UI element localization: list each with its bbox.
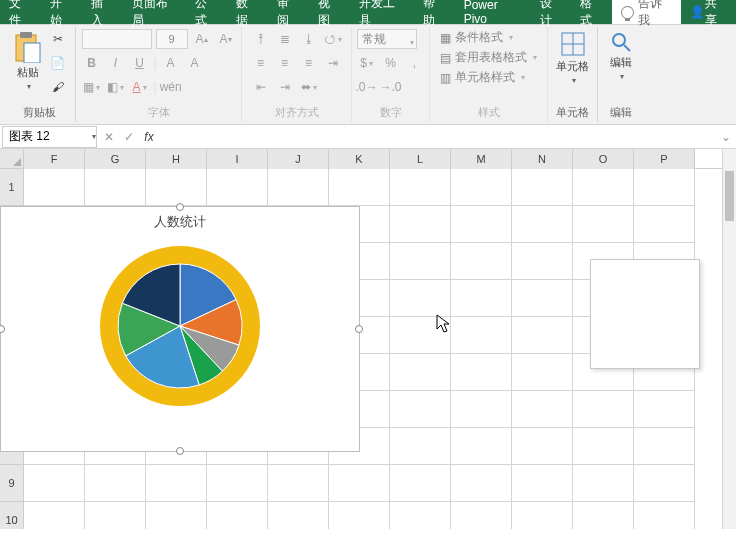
row-header[interactable]: 10 xyxy=(0,502,24,529)
tab-insert[interactable]: 插入 xyxy=(82,0,123,24)
fx-button[interactable]: fx xyxy=(139,130,159,144)
increase-decimal-button[interactable]: .0→ xyxy=(357,77,377,97)
conditional-format-button[interactable]: ▦ 条件格式▾ xyxy=(440,29,513,46)
align-middle-button[interactable]: ≣ xyxy=(275,29,295,49)
font-color-a1[interactable]: A xyxy=(161,53,181,73)
resize-handle-n[interactable] xyxy=(176,203,184,211)
tab-powerpivot[interactable]: Power Pivo xyxy=(455,0,531,24)
tab-formulas[interactable]: 公式 xyxy=(186,0,227,24)
cell[interactable] xyxy=(634,465,695,502)
align-left-button[interactable]: ≡ xyxy=(251,53,271,73)
cell[interactable] xyxy=(329,465,390,502)
cells-button[interactable]: 单元格▾ xyxy=(554,29,591,87)
cell[interactable] xyxy=(451,169,512,206)
resize-handle-w[interactable] xyxy=(0,325,5,333)
col-header[interactable]: L xyxy=(390,149,451,169)
underline-button[interactable]: U xyxy=(130,53,150,73)
cell[interactable] xyxy=(390,465,451,502)
cell[interactable] xyxy=(390,169,451,206)
expand-formula-button[interactable]: ⌄ xyxy=(716,130,736,144)
enter-formula-button[interactable]: ✓ xyxy=(119,130,139,144)
orientation-button[interactable]: ⭯▾ xyxy=(323,29,343,49)
bold-button[interactable]: B xyxy=(82,53,102,73)
cell[interactable] xyxy=(85,465,146,502)
cell[interactable] xyxy=(573,206,634,243)
name-box[interactable]: 图表 12▾ xyxy=(2,126,97,148)
col-header[interactable]: N xyxy=(512,149,573,169)
number-format-select[interactable]: 常规▾ xyxy=(357,29,417,49)
worksheet-grid[interactable]: F G H I J K L M N O P 1 2 3 4 5 6 7 8 9 … xyxy=(0,149,736,529)
cell[interactable] xyxy=(451,354,512,391)
cell[interactable] xyxy=(451,502,512,529)
cell[interactable] xyxy=(512,280,573,317)
cell[interactable] xyxy=(512,391,573,428)
cell[interactable] xyxy=(146,502,207,529)
col-header[interactable]: H xyxy=(146,149,207,169)
cell[interactable] xyxy=(573,502,634,529)
cell[interactable] xyxy=(512,317,573,354)
paste-button[interactable]: 粘贴▾ xyxy=(12,29,44,93)
cell[interactable] xyxy=(268,465,329,502)
comma-button[interactable]: , xyxy=(405,53,425,73)
cell[interactable] xyxy=(512,243,573,280)
italic-button[interactable]: I xyxy=(106,53,126,73)
cell[interactable] xyxy=(390,354,451,391)
cell[interactable] xyxy=(390,502,451,529)
cell[interactable] xyxy=(451,391,512,428)
cell[interactable] xyxy=(451,206,512,243)
cell[interactable] xyxy=(634,502,695,529)
decrease-indent-button[interactable]: ⇤ xyxy=(251,77,271,97)
cell[interactable] xyxy=(451,317,512,354)
cell[interactable] xyxy=(573,465,634,502)
col-header[interactable]: G xyxy=(85,149,146,169)
cell[interactable] xyxy=(24,502,85,529)
cell[interactable] xyxy=(512,428,573,465)
chart-object[interactable]: 人数统计 xyxy=(0,206,360,452)
cell[interactable] xyxy=(146,465,207,502)
format-painter-button[interactable]: 🖌 xyxy=(48,77,68,97)
col-header[interactable]: M xyxy=(451,149,512,169)
cell[interactable] xyxy=(634,428,695,465)
currency-button[interactable]: $▾ xyxy=(357,53,377,73)
cell[interactable] xyxy=(634,169,695,206)
cell[interactable] xyxy=(207,502,268,529)
font-name-input[interactable] xyxy=(82,29,152,49)
tab-layout[interactable]: 页面布局 xyxy=(123,0,187,24)
cell[interactable] xyxy=(451,280,512,317)
cell[interactable] xyxy=(451,243,512,280)
cell[interactable] xyxy=(390,391,451,428)
cell[interactable] xyxy=(207,169,268,206)
pie-chart[interactable] xyxy=(95,241,265,411)
tab-format[interactable]: 格式 xyxy=(571,0,612,24)
cell[interactable] xyxy=(573,391,634,428)
decrease-decimal-button[interactable]: →.0 xyxy=(381,77,401,97)
cell-style-button[interactable]: ▥ 单元格样式▾ xyxy=(440,69,525,86)
cell[interactable] xyxy=(512,206,573,243)
cell[interactable] xyxy=(390,317,451,354)
increase-indent-button[interactable]: ⇥ xyxy=(275,77,295,97)
tab-tellme[interactable]: 告诉我 xyxy=(612,0,681,24)
cell[interactable] xyxy=(512,169,573,206)
cell[interactable] xyxy=(634,391,695,428)
tab-help[interactable]: 帮助 xyxy=(414,0,455,24)
row-header[interactable]: 1 xyxy=(0,169,24,206)
wrap-text-button[interactable]: ⇥ xyxy=(323,53,343,73)
tab-review[interactable]: 审阅 xyxy=(268,0,309,24)
copy-button[interactable]: 📄 xyxy=(48,53,68,73)
tab-home[interactable]: 开始 xyxy=(41,0,82,24)
col-header[interactable]: O xyxy=(573,149,634,169)
edit-button[interactable]: 编辑▾ xyxy=(608,29,634,83)
tab-design[interactable]: 设计 xyxy=(531,0,572,24)
cell[interactable] xyxy=(512,465,573,502)
cell[interactable] xyxy=(634,206,695,243)
cell[interactable] xyxy=(451,428,512,465)
cell[interactable] xyxy=(268,502,329,529)
fill-color-button[interactable]: ◧▾ xyxy=(106,77,126,97)
cell[interactable] xyxy=(24,169,85,206)
table-format-button[interactable]: ▤ 套用表格格式▾ xyxy=(440,49,537,66)
cell[interactable] xyxy=(573,428,634,465)
cell[interactable] xyxy=(146,169,207,206)
tab-share[interactable]: 👤 共享 xyxy=(681,0,736,24)
merge-button[interactable]: ⬌▾ xyxy=(299,77,319,97)
cell[interactable] xyxy=(24,465,85,502)
